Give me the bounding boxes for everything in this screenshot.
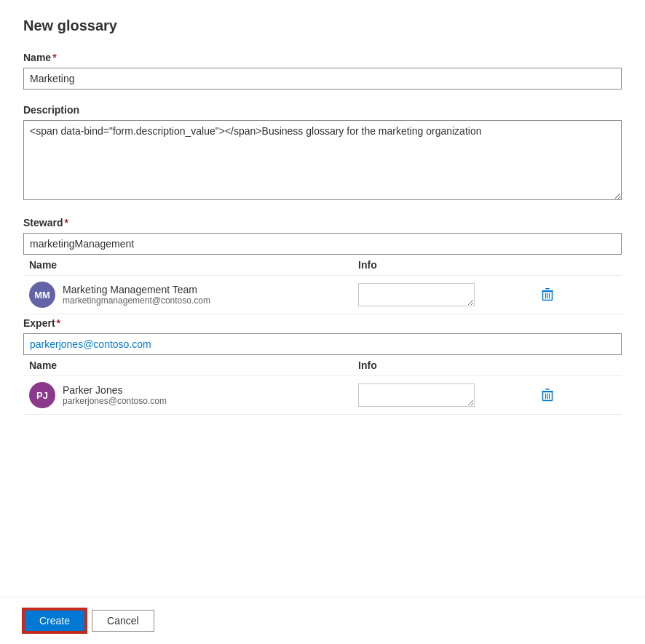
trash-icon bbox=[541, 287, 554, 302]
svg-rect-7 bbox=[545, 389, 550, 390]
steward-person-email: marketingmanagement@contoso.com bbox=[63, 295, 210, 306]
expert-person-cell: PJ Parker Jones parkerjones@contoso.com bbox=[29, 382, 347, 408]
steward-col-action bbox=[532, 255, 622, 276]
expert-avatar: PJ bbox=[29, 382, 55, 408]
expert-label: Expert* bbox=[23, 317, 622, 329]
expert-input[interactable] bbox=[23, 333, 622, 355]
steward-table: Name Info MM Marketing Management Team m… bbox=[23, 255, 622, 314]
steward-person-cell: MM Marketing Management Team marketingma… bbox=[29, 282, 347, 308]
description-group: Description <span data-bind="form.descri… bbox=[23, 104, 622, 202]
steward-table-row: MM Marketing Management Team marketingma… bbox=[23, 276, 622, 314]
steward-col-name: Name bbox=[23, 255, 352, 276]
steward-info-input[interactable] bbox=[358, 283, 475, 306]
expert-info-input[interactable] bbox=[358, 383, 475, 407]
expert-delete-button[interactable] bbox=[538, 385, 557, 405]
expert-required: * bbox=[57, 317, 60, 329]
description-label: Description bbox=[23, 104, 622, 116]
steward-required: * bbox=[64, 217, 68, 228]
steward-delete-button[interactable] bbox=[538, 285, 557, 305]
expert-col-action bbox=[532, 355, 622, 376]
steward-input[interactable] bbox=[23, 233, 622, 255]
expert-col-name: Name bbox=[23, 355, 352, 376]
expert-col-info: Info bbox=[352, 355, 532, 376]
expert-table: Name Info PJ Parker Jones parkerjones@co… bbox=[23, 355, 622, 415]
steward-col-info: Info bbox=[352, 255, 532, 276]
expert-person-email: parkerjones@contoso.com bbox=[63, 396, 167, 406]
name-label: Name* bbox=[23, 52, 622, 63]
expert-person-info: Parker Jones parkerjones@contoso.com bbox=[63, 384, 167, 406]
create-button[interactable]: Create bbox=[23, 609, 86, 632]
expert-table-row: PJ Parker Jones parkerjones@contoso.com bbox=[23, 376, 622, 415]
steward-person-info: Marketing Management Team marketingmanag… bbox=[63, 284, 210, 306]
expert-person-name: Parker Jones bbox=[63, 384, 167, 396]
cancel-button[interactable]: Cancel bbox=[92, 610, 154, 632]
footer-bar: Create Cancel bbox=[0, 597, 645, 644]
page-title: New glossary bbox=[23, 17, 622, 34]
steward-avatar: MM bbox=[29, 282, 55, 308]
steward-person-name: Marketing Management Team bbox=[63, 284, 210, 295]
steward-label: Steward* bbox=[23, 217, 622, 228]
svg-rect-1 bbox=[545, 288, 550, 290]
expert-group: Expert* Name Info PJ Parker Jones bbox=[23, 317, 622, 415]
trash-icon bbox=[541, 388, 554, 402]
description-input[interactable]: <span data-bind="form.description_value"… bbox=[23, 120, 622, 200]
name-required: * bbox=[52, 52, 56, 63]
steward-group: Steward* Name Info MM Marketing Manag bbox=[23, 217, 622, 314]
name-group: Name* bbox=[23, 52, 622, 90]
name-input[interactable] bbox=[23, 68, 622, 90]
